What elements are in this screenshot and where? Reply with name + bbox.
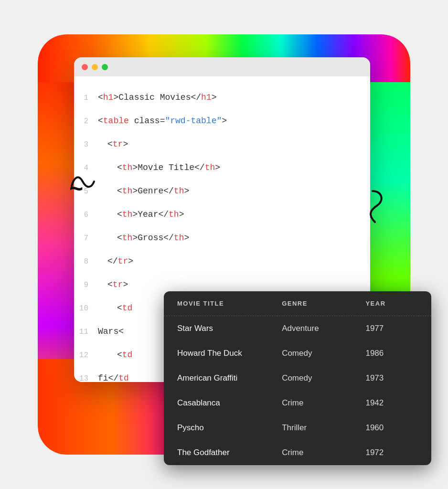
table-row: Star Wars Adventure 1977 (164, 316, 431, 341)
table-row: The Godfather Crime 1972 (164, 440, 431, 465)
movie-genre: Crime (282, 448, 365, 457)
close-button-dot[interactable] (82, 64, 88, 70)
code-line-1: 1 <h1>Classic Movies</h1> (74, 86, 370, 109)
table-row: Pyscho Thriller 1960 (164, 415, 431, 440)
maximize-button-dot[interactable] (102, 64, 108, 70)
squiggle-right-icon (358, 186, 387, 224)
movie-title: Howard The Duck (177, 349, 282, 358)
minimize-button-dot[interactable] (92, 64, 98, 70)
table-row: Casablanca Crime 1942 (164, 391, 431, 415)
code-line-5: 5 <th>Genre</th> (74, 180, 370, 203)
movie-year: 1960 (365, 423, 418, 433)
movie-genre: Crime (282, 398, 365, 408)
table-header: MOVIE TITLE GENRE YEAR (164, 291, 431, 316)
movie-genre: Adventure (282, 324, 365, 333)
movie-title: Star Wars (177, 324, 282, 333)
code-line-2: 2 <table class="rwd-table"> (74, 109, 370, 133)
movie-genre: Comedy (282, 349, 365, 358)
movie-title: American Graffiti (177, 373, 282, 383)
movie-title: The Godfather (177, 448, 282, 457)
code-line-7: 7 <th>Gross</th> (74, 226, 370, 250)
table-row: American Graffiti Comedy 1973 (164, 366, 431, 391)
code-line-3: 3 <tr> (74, 133, 370, 156)
movie-year: 1986 (365, 349, 418, 358)
movie-title: Pyscho (177, 423, 282, 433)
window-titlebar (74, 57, 370, 76)
movie-title: Casablanca (177, 398, 282, 408)
code-line-6: 6 <th>Year</th> (74, 203, 370, 226)
code-line-4: 4 <th>Movie Title</th> (74, 156, 370, 180)
movie-data-table: MOVIE TITLE GENRE YEAR Star Wars Adventu… (164, 291, 431, 465)
movie-genre: Comedy (282, 373, 365, 383)
movie-year: 1973 (365, 373, 418, 383)
movie-year: 1942 (365, 398, 418, 408)
col-header-title: MOVIE TITLE (177, 300, 282, 307)
col-header-year: YEAR (365, 300, 418, 307)
col-header-genre: GENRE (282, 300, 365, 307)
squiggle-left-icon (69, 170, 96, 193)
movie-year: 1977 (365, 324, 418, 333)
movie-genre: Thriller (282, 423, 365, 433)
table-row: Howard The Duck Comedy 1986 (164, 341, 431, 366)
movie-year: 1972 (365, 448, 418, 457)
code-line-8: 8 </tr> (74, 250, 370, 273)
